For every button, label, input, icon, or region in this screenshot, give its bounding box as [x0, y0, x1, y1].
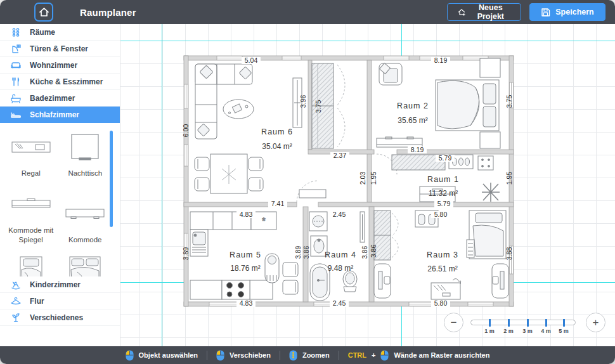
save-label: Speichern	[555, 8, 593, 16]
new-project-button[interactable]: Neues Projekt	[447, 3, 521, 21]
legend-zoom: Zoomen	[289, 350, 330, 361]
desk-left[interactable]	[374, 264, 391, 298]
legend-label: Zoomen	[302, 351, 330, 359]
sidebar-item-label: Wohnzimmer	[30, 61, 77, 70]
new-project-label: Neues Projekt	[471, 3, 510, 21]
save-icon	[541, 8, 550, 17]
dim-raum6-right: 3.96	[299, 95, 307, 108]
sidebar-item-kueche-esszimmer[interactable]: Küche & Esszimmer	[0, 74, 120, 90]
kitchen-sink[interactable]	[190, 230, 208, 256]
panel-scrollbar[interactable]	[110, 131, 113, 227]
save-button[interactable]: Speichern	[529, 3, 605, 21]
desk-right[interactable]	[492, 264, 508, 298]
furniture-item-label: Regal	[22, 169, 41, 178]
plant[interactable]	[482, 183, 500, 202]
room-area: 18.76 m²	[230, 264, 260, 273]
legend-separator	[280, 351, 280, 360]
kitchen-counter[interactable]: *	[190, 212, 276, 230]
dim-raum3-top: 5.80	[434, 211, 448, 218]
stove[interactable]	[222, 280, 250, 299]
scale-labels: 1 m 2 m 3 m 4 m 5 m	[470, 328, 576, 335]
room-area: 35.65 m²	[398, 116, 427, 125]
sidebar-item-tueren-fenster[interactable]: Türen & Fenster	[0, 41, 120, 57]
legend-label: Wände am Raster ausrichten	[394, 351, 489, 359]
furniture-item-label: Kommode	[68, 235, 101, 244]
sidebar-item-label: Küche & Esszimmer	[30, 77, 103, 86]
home-plus-icon	[458, 7, 466, 17]
side-table[interactable]	[478, 156, 493, 170]
armchair[interactable]	[379, 63, 402, 85]
washing-machine[interactable]	[309, 212, 327, 231]
bathtub[interactable]	[310, 264, 330, 301]
kids-bed[interactable]	[467, 211, 506, 259]
serving-trolley[interactable]	[265, 254, 279, 283]
hanger-icon	[10, 296, 22, 306]
sidebar-item-label: Schlafzimmer	[30, 110, 79, 119]
furniture-item-einzelbett[interactable]: Einzelbett	[5, 250, 57, 276]
zoom-in-button[interactable]: +	[586, 313, 605, 332]
dim-raum2-right: 3.75	[505, 95, 513, 108]
furniture-item-nachttisch[interactable]: Nachttisch	[60, 127, 112, 184]
scale-tick	[489, 319, 491, 327]
scale-ruler	[470, 320, 576, 325]
dim-raum4-left: 3.86	[302, 246, 310, 259]
mouse-left-click-icon	[216, 350, 224, 361]
room-area: 9.48 m²	[328, 264, 354, 273]
furniture-item-label: Nachttisch	[68, 169, 102, 178]
room-name: Raum 3	[427, 250, 458, 259]
legend-move: Verschieben	[216, 350, 271, 361]
bed-icon	[10, 110, 22, 120]
status-bar: Objekt auswählen Verschieben Zoomen C	[0, 346, 615, 364]
scale-label: 2 m	[503, 328, 514, 334]
dim-raum1-bottom: 5.79	[437, 200, 451, 207]
sidebar-item-label: Badezimmer	[30, 94, 75, 103]
legend-snap: CTRL + Wände am Raster ausrichten	[348, 350, 490, 361]
floorplan-canvas[interactable]: *	[120, 24, 615, 346]
mouse-left-click-icon	[380, 350, 389, 361]
coffee-table[interactable]	[223, 100, 254, 119]
sofa-icon	[10, 60, 22, 70]
dim-raum3-right: 3.88	[505, 247, 513, 261]
home-icon	[39, 7, 49, 17]
dim-raum5-top: 4.83	[240, 211, 253, 218]
legend-label: Objekt auswählen	[139, 351, 198, 359]
sidebar-item-label: Türen & Fenster	[30, 44, 88, 53]
sidebar-item-wohnzimmer[interactable]: Wohnzimmer	[0, 57, 120, 74]
home-button[interactable]	[34, 3, 53, 22]
dim-closet-width: 2.37	[333, 152, 347, 159]
furniture-item-doppelbett[interactable]: Doppelbett	[60, 250, 112, 276]
dim-raum2-bottom: 8.19	[411, 146, 424, 153]
dim-raum1-top: 5.79	[439, 154, 452, 162]
dim-corridor-left: 2.03	[359, 172, 366, 185]
furniture-item-regal[interactable]: Regal	[5, 127, 57, 184]
svg-text:*: *	[262, 216, 266, 226]
dim-raum5-bottom: 4.83	[240, 299, 253, 307]
sidebar-item-label: Kinderzimmer	[30, 280, 81, 289]
furniture-item-kommode[interactable]: Kommode	[60, 184, 112, 250]
nightstand[interactable]	[480, 132, 500, 148]
nightstand[interactable]	[480, 58, 500, 77]
sidebar-item-label: Flur	[30, 297, 44, 306]
scale-tick	[508, 319, 510, 327]
room-name: Raum 4	[325, 250, 356, 259]
dim-raum5-right: 3.89	[294, 246, 302, 259]
furniture-item-kommode-mit-spiegel[interactable]: Kommode mit Spiegel	[5, 184, 57, 250]
kommode-mit-spiegel-thumbnail	[11, 189, 51, 219]
dim-raum3-left: 3.86	[370, 245, 377, 258]
room-name: Raum 1	[427, 175, 459, 184]
sidebar-item-schlafzimmer[interactable]: Schlafzimmer	[0, 107, 120, 123]
sidebar-item-badezimmer[interactable]: Badezimmer	[0, 90, 120, 107]
toilet[interactable]	[343, 271, 357, 292]
sidebar-item-flur[interactable]: Flur	[0, 293, 120, 309]
sidebar-item-kinderzimmer[interactable]: Kinderzimmer	[0, 276, 120, 293]
top-bar: Raumplaner Neues Projekt Speichern	[0, 0, 615, 24]
utensils-icon	[10, 77, 22, 87]
dim-raum6-bottom: 7.41	[271, 200, 285, 207]
dim-raum5-left: 3.89	[182, 247, 190, 261]
floor-plan[interactable]: *	[120, 24, 615, 346]
double-bed[interactable]	[436, 80, 499, 131]
zoom-out-button[interactable]: −	[444, 313, 463, 332]
sidebar-item-verschiedenes[interactable]: Verschiedenes	[0, 309, 120, 326]
doormat[interactable]	[299, 190, 326, 198]
sidebar-item-raeume[interactable]: Räume	[0, 24, 120, 41]
